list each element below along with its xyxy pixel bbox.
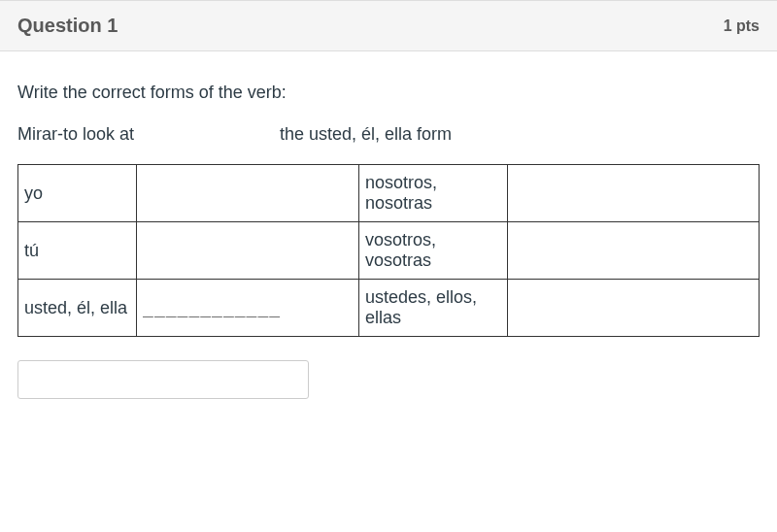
pronoun-cell: tú — [18, 222, 137, 280]
form-info: the usted, él, ella form — [280, 124, 760, 145]
pronoun-cell: nosotros, nosotras — [358, 165, 507, 222]
answer-cell — [137, 165, 359, 222]
verb-line: Mirar-to look at the usted, él, ella for… — [17, 124, 760, 145]
question-points: 1 pts — [724, 17, 760, 35]
answer-cell — [507, 222, 759, 280]
question-title: Question 1 — [17, 15, 118, 37]
table-row: yo nosotros, nosotras — [18, 165, 760, 222]
pronoun-cell: usted, él, ella — [18, 280, 137, 337]
pronoun-cell: yo — [18, 165, 137, 222]
question-header: Question 1 1 pts — [0, 0, 777, 51]
verb-info: Mirar-to look at — [17, 124, 280, 145]
conjugation-table: yo nosotros, nosotras tú vosotros, vosot… — [17, 164, 760, 337]
answer-cell — [507, 280, 759, 337]
question-body: Write the correct forms of the verb: Mir… — [0, 51, 777, 418]
pronoun-cell: ustedes, ellos, ellas — [358, 280, 507, 337]
answer-input[interactable] — [17, 360, 309, 399]
answer-cell — [507, 165, 759, 222]
blank-line: ____________ — [143, 297, 281, 317]
answer-cell: ____________ — [137, 280, 359, 337]
pronoun-cell: vosotros, vosotras — [358, 222, 507, 280]
table-row: usted, él, ella ____________ ustedes, el… — [18, 280, 760, 337]
instruction-text: Write the correct forms of the verb: — [17, 83, 760, 103]
answer-cell — [137, 222, 359, 280]
table-row: tú vosotros, vosotras — [18, 222, 760, 280]
